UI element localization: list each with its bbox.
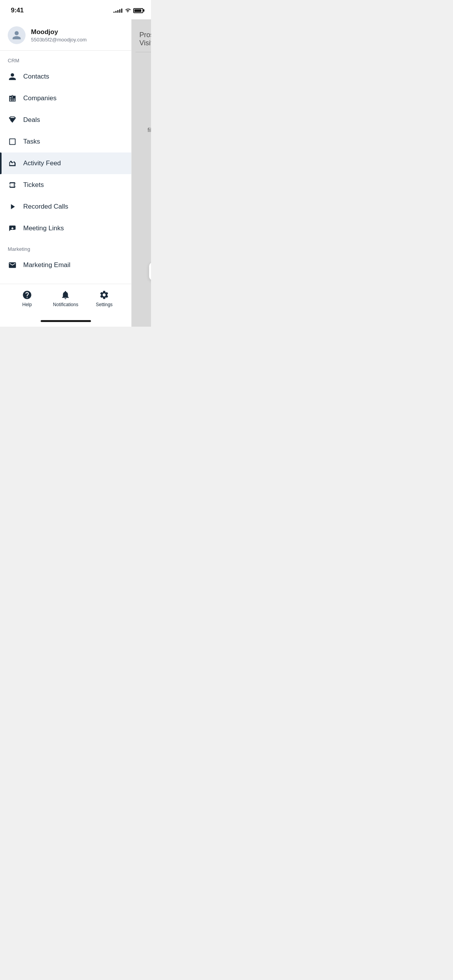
sidebar-item-activity-feed[interactable]: Activity Feed <box>0 152 131 174</box>
deals-icon <box>8 115 17 125</box>
tab-notifications[interactable]: Notifications <box>52 290 79 307</box>
sidebar: Moodjoy 5503b5f2@moodjoy.com CRM Contact… <box>0 19 132 327</box>
avatar-icon <box>12 30 22 40</box>
recorded-calls-icon <box>8 202 17 211</box>
sidebar-item-companies[interactable]: Companies <box>0 87 131 109</box>
marketing-email-label: Marketing Email <box>23 261 70 269</box>
right-panel-button[interactable] <box>149 262 151 280</box>
contacts-label: Contacts <box>23 73 49 81</box>
battery-icon <box>133 8 143 13</box>
notifications-icon <box>60 290 71 300</box>
status-time: 9:41 <box>11 7 24 14</box>
crm-section-label: CRM <box>0 51 131 66</box>
sidebar-item-contacts[interactable]: Contacts <box>0 66 131 87</box>
deals-label: Deals <box>23 116 40 124</box>
activity-feed-label: Activity Feed <box>23 159 61 167</box>
right-panel: Prospect Visit filters. <box>132 19 151 327</box>
sidebar-item-meeting-links[interactable]: Meeting Links <box>0 218 131 239</box>
sidebar-item-deals[interactable]: Deals <box>0 109 131 131</box>
avatar <box>8 26 26 44</box>
settings-label: Settings <box>96 302 112 307</box>
home-bar <box>41 320 91 322</box>
inbox-section-label: Inbox <box>0 276 131 284</box>
user-name: Moodjoy <box>31 28 87 36</box>
app-container: Moodjoy 5503b5f2@moodjoy.com CRM Contact… <box>0 19 151 327</box>
companies-icon <box>8 94 17 103</box>
help-label: Help <box>22 302 32 307</box>
tasks-label: Tasks <box>23 138 40 146</box>
companies-label: Companies <box>23 94 57 102</box>
nav-content: CRM Contacts Companies <box>0 51 131 284</box>
tasks-icon <box>8 137 17 146</box>
right-panel-divider <box>136 52 151 52</box>
notifications-label: Notifications <box>53 302 78 307</box>
bottom-bar: Help Notifications <box>0 284 131 315</box>
prospect-visit-title: Prospect Visit <box>136 31 151 47</box>
meeting-links-label: Meeting Links <box>23 224 64 232</box>
help-icon <box>22 290 33 300</box>
meeting-links-icon <box>8 224 17 233</box>
sidebar-item-recorded-calls[interactable]: Recorded Calls <box>0 196 131 218</box>
filters-text: filters. <box>136 127 151 133</box>
contacts-icon <box>8 72 17 81</box>
tickets-label: Tickets <box>23 181 44 189</box>
marketing-email-icon <box>8 260 17 270</box>
sidebar-item-tickets[interactable]: Tickets <box>0 174 131 196</box>
wifi-icon <box>125 8 131 13</box>
home-indicator <box>0 315 131 327</box>
tab-settings[interactable]: Settings <box>91 290 118 307</box>
status-icons <box>113 8 143 13</box>
marketing-section-label: Marketing <box>0 239 131 254</box>
activity-feed-icon <box>8 159 17 168</box>
signal-bars-icon <box>113 8 122 13</box>
sidebar-item-marketing-email[interactable]: Marketing Email <box>0 254 131 276</box>
tickets-icon <box>8 180 17 190</box>
sidebar-item-tasks[interactable]: Tasks <box>0 131 131 152</box>
user-info: Moodjoy 5503b5f2@moodjoy.com <box>31 28 87 43</box>
recorded-calls-label: Recorded Calls <box>23 203 68 211</box>
settings-icon <box>99 290 110 300</box>
user-profile[interactable]: Moodjoy 5503b5f2@moodjoy.com <box>0 19 131 51</box>
status-bar: 9:41 <box>0 0 151 19</box>
screen: 9:41 <box>0 0 151 327</box>
tab-help[interactable]: Help <box>14 290 41 307</box>
user-email: 5503b5f2@moodjoy.com <box>31 37 87 43</box>
